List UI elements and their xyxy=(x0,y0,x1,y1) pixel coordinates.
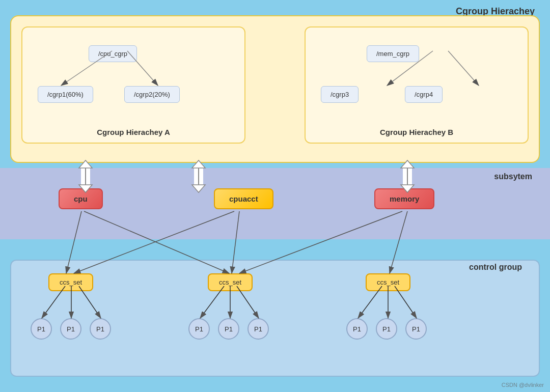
cgroup-b-box: /mem_cgrp /cgrp3 /cgrp4 Cgroup Hierachey… xyxy=(305,26,529,144)
subsystem-label: subsytem xyxy=(494,172,532,181)
p1-circle-5: P1 xyxy=(218,318,239,340)
cgrp4-node: /cgrp4 xyxy=(405,86,443,103)
cgroup-a-box: /cpu_cgrp /cgrp1(60%) /cgrp2(20%) Cgroup… xyxy=(21,26,245,144)
memory-node: memory xyxy=(374,188,434,209)
p1-circle-4: P1 xyxy=(188,318,210,340)
cgroup-outer-box: /cpu_cgrp /cgrp1(60%) /cgrp2(20%) Cgroup… xyxy=(10,15,540,163)
cpuacct-node: cpuacct xyxy=(214,188,273,209)
cgroup-b-label: Cgroup Hierachey B xyxy=(380,128,453,136)
control-group-label: control group xyxy=(469,263,522,272)
p1-circle-8: P1 xyxy=(376,318,397,340)
cgrp2-node: /cgrp2(20%) xyxy=(124,86,180,103)
cgrp1-node: /cgrp1(60%) xyxy=(38,86,93,103)
mem-cgrp-node: /mem_cgrp xyxy=(367,45,419,62)
p1-circle-3: P1 xyxy=(90,318,111,340)
p1-circle-1: P1 xyxy=(31,318,52,340)
cpu-node: cpu xyxy=(59,188,103,209)
cgroup-a-label: Cgroup Hierachey A xyxy=(97,128,170,136)
cgrp3-node: /cgrp3 xyxy=(321,86,359,103)
p1-circle-9: P1 xyxy=(405,318,427,340)
p1-circle-6: P1 xyxy=(248,318,269,340)
p1-circle-7: P1 xyxy=(346,318,368,340)
ccs-set-2: ccs_set xyxy=(208,273,253,291)
ccs-set-1: ccs_set xyxy=(48,273,93,291)
p1-circle-2: P1 xyxy=(60,318,81,340)
ccs-set-3: ccs_set xyxy=(366,273,410,291)
cpu-cgrp-node: /cpu_cgrp xyxy=(89,45,137,62)
watermark: CSDN @dvlinker xyxy=(502,382,544,388)
